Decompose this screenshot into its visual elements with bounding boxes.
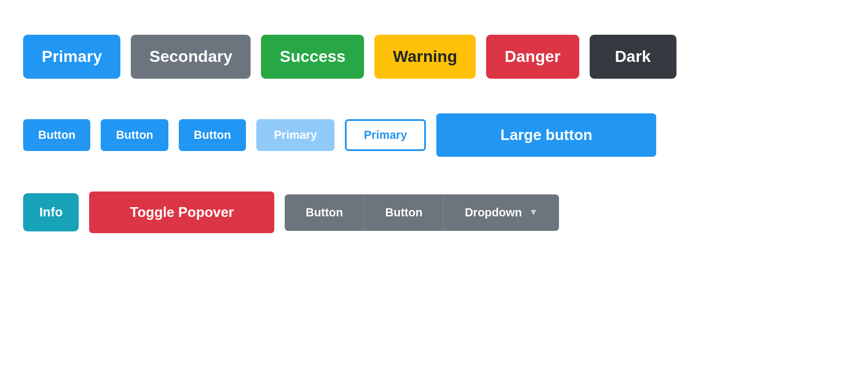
group-button-1[interactable]: Button xyxy=(285,194,364,231)
large-button[interactable]: Large button xyxy=(436,113,656,157)
group-button-2[interactable]: Button xyxy=(365,194,444,231)
row-misc: Info Toggle Popover Button Button Dropdo… xyxy=(23,192,845,233)
toggle-popover-button[interactable]: Toggle Popover xyxy=(89,192,274,233)
row-color-variants: Primary Secondary Success Warning Danger… xyxy=(23,35,845,79)
light-primary-button[interactable]: Primary xyxy=(256,119,334,151)
dark-button[interactable]: Dark xyxy=(590,35,676,79)
secondary-button[interactable]: Secondary xyxy=(131,35,251,79)
page-container: Primary Secondary Success Warning Danger… xyxy=(0,0,868,268)
blue-button-2[interactable]: Button xyxy=(101,119,168,151)
blue-button-1[interactable]: Button xyxy=(23,119,90,151)
outline-primary-button[interactable]: Primary xyxy=(345,119,426,151)
warning-button[interactable]: Warning xyxy=(374,35,476,79)
primary-button[interactable]: Primary xyxy=(23,35,120,79)
blue-button-3[interactable]: Button xyxy=(179,119,246,151)
success-button[interactable]: Success xyxy=(261,35,364,79)
row-blue-variants: Button Button Button Primary Primary Lar… xyxy=(23,113,845,157)
group-dropdown-button[interactable]: Dropdown ▼ xyxy=(444,194,559,231)
danger-button[interactable]: Danger xyxy=(486,35,579,79)
dropdown-arrow-icon: ▼ xyxy=(529,207,538,218)
button-group: Button Button Dropdown ▼ xyxy=(285,194,559,231)
info-button[interactable]: Info xyxy=(23,193,79,231)
